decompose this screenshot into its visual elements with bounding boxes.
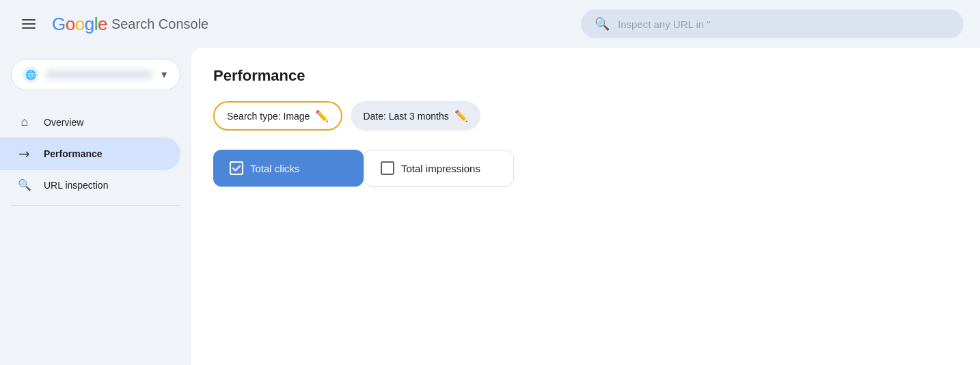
menu-line-3 [22, 27, 36, 29]
date-filter[interactable]: Date: Last 3 months ✏️ [351, 101, 480, 131]
metrics-row: Total clicks Total impressions [213, 150, 958, 187]
home-icon: ⌂ [16, 115, 33, 129]
total-clicks-metric[interactable]: Total clicks [213, 150, 364, 187]
date-filter-label: Date: Last 3 months [363, 111, 448, 122]
total-impressions-checkbox [381, 161, 394, 175]
url-inspection-icon: 🔍 [16, 178, 33, 191]
logo-google: Google [52, 14, 107, 35]
page-title: Performance [213, 67, 958, 85]
search-icon: 🔍 [595, 16, 610, 31]
url-inspection-search[interactable]: 🔍 Inspect any URL in " [581, 10, 964, 38]
menu-line-1 [22, 19, 36, 21]
sidebar-item-performance-label: Performance [44, 148, 103, 159]
menu-line-2 [22, 23, 36, 25]
sidebar-divider [11, 205, 180, 206]
performance-icon: ↗ [13, 142, 36, 165]
sidebar-item-url-inspection[interactable]: 🔍 URL inspection [0, 170, 180, 200]
content-area: Performance Search type: Image ✏️ Date: … [191, 48, 980, 365]
logo-search-console-text: Search Console [111, 16, 208, 32]
menu-button[interactable] [16, 14, 41, 34]
sidebar-item-overview[interactable]: ⌂ Overview [0, 107, 180, 137]
total-clicks-label: Total clicks [250, 163, 300, 174]
logo: Google Search Console [52, 14, 208, 35]
filters-row: Search type: Image ✏️ Date: Last 3 month… [213, 101, 958, 131]
total-impressions-metric[interactable]: Total impressions [364, 150, 514, 187]
main-layout: 🌐 ▼ ⌂ Overview ↗ Performance 🔍 URL inspe… [0, 48, 980, 365]
sidebar-item-url-inspection-label: URL inspection [44, 180, 108, 191]
property-selector[interactable]: 🌐 ▼ [11, 59, 180, 90]
chevron-down-icon: ▼ [159, 69, 169, 80]
search-type-filter[interactable]: Search type: Image ✏️ [213, 101, 342, 131]
property-name-blurred [46, 70, 152, 79]
search-type-edit-icon: ✏️ [315, 109, 329, 122]
sidebar-item-performance[interactable]: ↗ Performance [0, 137, 180, 170]
date-edit-icon: ✏️ [454, 109, 468, 122]
header: Google Search Console 🔍 Inspect any URL … [0, 0, 980, 48]
search-placeholder-text: Inspect any URL in " [618, 18, 711, 30]
total-impressions-label: Total impressions [401, 163, 480, 174]
checkmark-icon [232, 163, 241, 173]
search-type-filter-label: Search type: Image [227, 111, 310, 122]
sidebar-item-overview-label: Overview [44, 117, 83, 128]
sidebar: 🌐 ▼ ⌂ Overview ↗ Performance 🔍 URL inspe… [0, 48, 191, 365]
total-clicks-checkbox [230, 161, 243, 175]
property-icon: 🌐 [23, 66, 39, 83]
